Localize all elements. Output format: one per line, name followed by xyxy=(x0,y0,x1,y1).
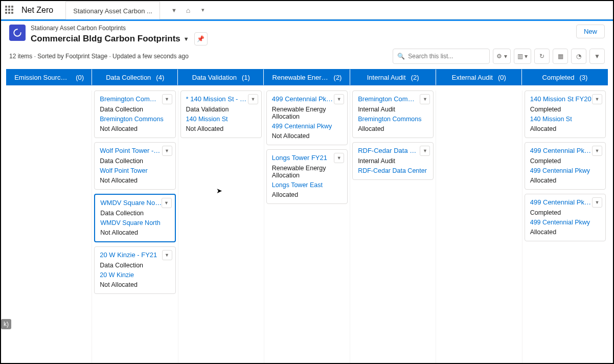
card-stage: Internal Audit xyxy=(358,157,428,165)
page-title: Commercial Bldg Carbon Footprints xyxy=(31,34,180,44)
card-allocation: Not Allocated xyxy=(100,229,169,236)
card-asset-link[interactable]: 499 Centennial Pkwy xyxy=(530,167,600,174)
card-asset-link[interactable]: 140 Mission St xyxy=(186,116,256,123)
card-stage: Data Collection xyxy=(100,157,170,165)
stage-count: (1) xyxy=(242,74,250,81)
card-menu-chevron-icon[interactable]: ▼ xyxy=(162,146,172,156)
card-allocation: Allocated xyxy=(530,177,600,184)
app-brand: Net Zero xyxy=(21,6,53,15)
kanban-column: 499 Centennial Pkwy ... ▼ Renewable Ener… xyxy=(264,90,350,364)
table-view-icon[interactable]: ▦ xyxy=(553,49,568,64)
card-asset-link[interactable]: 499 Centennial Pkwy xyxy=(272,123,342,130)
stage-header-2[interactable]: Data Validation (1) xyxy=(178,69,264,85)
card-menu-chevron-icon[interactable]: ▼ xyxy=(334,94,344,104)
search-input[interactable] xyxy=(408,53,485,60)
stage-label: Emission Source ... xyxy=(14,74,71,81)
breadcrumb: Stationary Asset Carbon Footprints xyxy=(31,25,208,32)
home-icon[interactable]: ⌂ xyxy=(186,6,190,14)
card-allocation: Not Allocated xyxy=(272,132,342,140)
kanban-card[interactable]: 20 W Kinzie - FY21 ▼ Data Collection 20 … xyxy=(94,246,175,294)
card-title-link[interactable]: Bremington Common... xyxy=(100,95,161,103)
card-menu-chevron-icon[interactable]: ▼ xyxy=(592,197,602,208)
card-stage: Data Collection xyxy=(100,210,169,217)
stage-header-3[interactable]: Renewable Energ... (2) xyxy=(264,69,350,85)
card-allocation: Not Allocated xyxy=(100,125,170,132)
card-title-link[interactable]: Longs Tower FY21 xyxy=(272,154,333,162)
kanban-card[interactable]: Longs Tower FY21 ▼ Renewable Energy Allo… xyxy=(266,149,348,204)
card-menu-chevron-icon[interactable]: ▼ xyxy=(162,198,172,208)
kanban-card[interactable]: 499 Centennial Pkwy ... ▼ Completed 499 … xyxy=(525,194,606,241)
chart-icon[interactable]: ◔ xyxy=(571,49,586,64)
kanban-card[interactable]: 499 Centennial Pkwy ... ▼ Completed 499 … xyxy=(525,142,606,190)
stage-header-4[interactable]: Internal Audit (2) xyxy=(350,69,436,85)
card-title-link[interactable]: RDF-Cedar Data Cent... xyxy=(358,147,419,154)
card-menu-chevron-icon[interactable]: ▼ xyxy=(420,146,430,156)
card-asset-link[interactable]: RDF-Cedar Data Center xyxy=(358,167,428,174)
kanban-card[interactable]: WMDV Square North ... ▼ Data Collection … xyxy=(94,194,175,242)
kanban-card[interactable]: 499 Centennial Pkwy ... ▼ Renewable Ener… xyxy=(266,90,348,145)
card-title-link[interactable]: Bremington Common... xyxy=(358,95,419,103)
kanban-card[interactable]: Bremington Common... ▼ Data Collection B… xyxy=(94,90,175,138)
card-title-link[interactable]: 140 Mission St FY20 xyxy=(530,95,592,103)
search-input-wrap[interactable]: 🔍 xyxy=(393,49,490,64)
display-columns-icon[interactable]: ▥ ▾ xyxy=(514,49,531,64)
card-title-link[interactable]: 499 Centennial Pkwy ... xyxy=(272,95,333,103)
card-allocation: Allocated xyxy=(358,125,428,132)
kanban-card[interactable]: Bremington Common... ▼ Internal Audit Br… xyxy=(352,90,434,138)
list-meta: 12 items · Sorted by Footprint Stage · U… xyxy=(9,53,189,60)
tab-chevron-down-icon[interactable]: ▼ xyxy=(169,5,179,15)
app-launcher-icon[interactable] xyxy=(5,6,14,15)
card-menu-chevron-icon[interactable]: ▼ xyxy=(162,94,172,104)
kanban-card[interactable]: 140 Mission St - FY21 ▼ Data Validation … xyxy=(180,90,262,138)
stage-header-6[interactable]: Completed (3) xyxy=(522,69,608,85)
stage-header-5[interactable]: External Audit (0) xyxy=(436,69,522,85)
card-menu-chevron-icon[interactable]: ▼ xyxy=(162,250,172,260)
card-asset-link[interactable]: 20 W Kinzie xyxy=(100,271,170,279)
card-asset-link[interactable]: Wolf Point Tower xyxy=(100,167,170,174)
card-title-link[interactable]: 140 Mission St - FY21 xyxy=(186,95,247,103)
card-menu-chevron-icon[interactable]: ▼ xyxy=(420,94,430,104)
stage-count: (0) xyxy=(76,74,84,81)
card-title-link[interactable]: WMDV Square North ... xyxy=(100,199,162,207)
card-stage: Data Validation xyxy=(186,106,256,113)
stage-header-1[interactable]: Data Collection (4) xyxy=(92,69,178,85)
card-menu-chevron-icon[interactable]: ▼ xyxy=(248,94,258,104)
card-asset-link[interactable]: Bremington Commons xyxy=(358,116,428,123)
card-allocation: Allocated xyxy=(530,229,600,236)
card-asset-link[interactable]: 140 Mission St xyxy=(530,116,600,123)
new-button[interactable]: New xyxy=(576,25,605,38)
title-chevron-down-icon[interactable]: ▼ xyxy=(184,36,189,42)
card-title-link[interactable]: Wolf Point Tower - FY... xyxy=(100,147,161,154)
filter-icon[interactable]: ▼ xyxy=(589,49,605,64)
card-stage: Completed xyxy=(530,157,600,165)
card-title-link[interactable]: 20 W Kinzie - FY21 xyxy=(100,251,161,259)
card-menu-chevron-icon[interactable]: ▼ xyxy=(334,153,344,163)
refresh-icon[interactable]: ↻ xyxy=(534,49,550,64)
stage-label: External Audit xyxy=(452,74,493,81)
settings-gear-icon[interactable]: ⚙ ▾ xyxy=(493,49,510,64)
stage-count: (3) xyxy=(579,74,587,81)
stage-label: Internal Audit xyxy=(367,74,406,81)
card-title-link[interactable]: 499 Centennial Pkwy ... xyxy=(530,147,592,154)
kanban-card[interactable]: RDF-Cedar Data Cent... ▼ Internal Audit … xyxy=(352,142,434,180)
pin-button[interactable]: 📌 xyxy=(194,32,208,46)
nav-tab[interactable]: Stationary Asset Carbon ... xyxy=(65,2,160,20)
card-menu-chevron-icon[interactable]: ▼ xyxy=(592,94,602,104)
stage-count: (0) xyxy=(498,74,506,81)
card-allocation: Not Allocated xyxy=(186,125,256,132)
home-chevron-down-icon[interactable]: ▾ xyxy=(199,5,207,15)
card-asset-link[interactable]: 499 Centennial Pkwy xyxy=(530,219,600,226)
card-asset-link[interactable]: Bremington Commons xyxy=(100,116,170,123)
card-title-link[interactable]: 499 Centennial Pkwy ... xyxy=(530,198,592,206)
stage-header-0[interactable]: Emission Source ... (0) xyxy=(6,69,92,85)
kanban-column xyxy=(6,90,92,364)
card-asset-link[interactable]: WMDV Square North xyxy=(100,219,169,226)
card-stage: Completed xyxy=(530,106,600,113)
stage-label: Renewable Energ... xyxy=(272,74,329,81)
stage-count: (4) xyxy=(156,74,164,81)
card-asset-link[interactable]: Longs Tower East xyxy=(272,181,342,189)
kanban-column: 140 Mission St FY20 ▼ Completed 140 Miss… xyxy=(522,90,608,364)
kanban-card[interactable]: 140 Mission St FY20 ▼ Completed 140 Miss… xyxy=(525,90,606,138)
kanban-card[interactable]: Wolf Point Tower - FY... ▼ Data Collecti… xyxy=(94,142,175,190)
card-menu-chevron-icon[interactable]: ▼ xyxy=(592,146,602,156)
